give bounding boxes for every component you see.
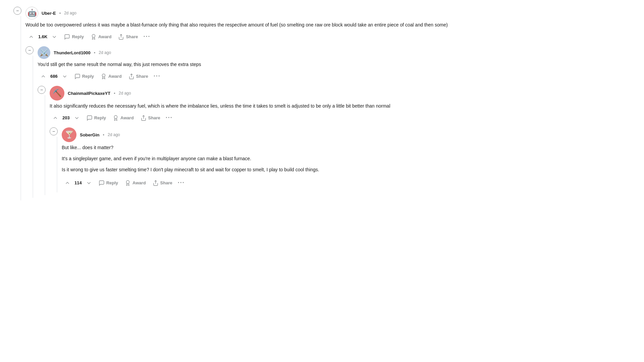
username-sobergin: SoberGin [80, 132, 100, 137]
timestamp-uber-e: 2d ago [64, 11, 76, 15]
reply-icon-2 [74, 73, 80, 79]
downvote-chain[interactable] [71, 113, 83, 123]
vote-section-sobergin: 114 [62, 178, 95, 188]
vote-section-chain: 203 [50, 113, 83, 123]
comment-sobergin: − 🍸 [50, 127, 631, 192]
reply-icon-4 [99, 180, 105, 186]
avatar-chain: ⛏️ [50, 86, 64, 101]
award-label-thunder: Award [108, 74, 122, 79]
share-icon-3 [141, 115, 147, 121]
sobergin-text-1: But like... does it matter? [62, 144, 631, 151]
reply-icon-3 [87, 115, 93, 121]
upvote-chain[interactable] [50, 113, 61, 123]
upvote-icon-3 [52, 115, 58, 121]
award-button-chain[interactable]: Award [110, 113, 137, 123]
comment-chainmail: − ⛏️ ChainmailPickaxeYT [38, 86, 631, 195]
share-button-chain[interactable]: Share [138, 113, 163, 123]
more-button-chain[interactable]: ··· [164, 112, 174, 123]
share-label-chain: Share [148, 115, 160, 120]
timestamp-sobergin: 2d ago [108, 132, 120, 137]
actions-sobergin: 114 [62, 177, 631, 188]
vote-count-uber-e: 1.6K [38, 34, 47, 39]
avatar-robot-icon: 🤖 [28, 9, 37, 17]
comment-wrapper-thunder: − ⚔️ ThunderLord1000 • 2d ago [25, 46, 631, 198]
avatar-thunder: ⚔️ [38, 46, 50, 59]
svg-point-4 [114, 115, 117, 118]
downvote-sobergin[interactable] [83, 178, 95, 188]
comment-body-chain: It also significantly reduces the necess… [50, 103, 631, 110]
sobergin-text-3: Is it wrong to give us faster smelting t… [62, 166, 631, 173]
share-icon-2 [128, 73, 135, 79]
more-button-uber-e[interactable]: ··· [142, 31, 152, 42]
avatar-sobergin: 🍸 [62, 127, 76, 142]
thread-line-uber-e [20, 16, 21, 200]
upvote-uber-e[interactable] [25, 32, 37, 42]
reply-button-thunder[interactable]: Reply [72, 71, 97, 81]
thread-line-sobergin [57, 137, 57, 192]
reply-label-thunder: Reply [82, 74, 94, 79]
downvote-icon-3 [74, 115, 80, 121]
upvote-thunder[interactable] [38, 71, 49, 81]
award-label-sobergin: Award [132, 180, 146, 185]
comment-content-uber-e: 🤖 Uber-E • 2d ago Would be too overpower… [21, 7, 631, 200]
dot-separator: • [59, 11, 61, 16]
dot-sep-3: • [114, 91, 115, 96]
username-thunder: ThunderLord1000 [54, 50, 91, 55]
comment-header-thunder: ⚔️ ThunderLord1000 • 2d ago [38, 46, 631, 59]
reply-button-uber-e[interactable]: Reply [61, 32, 86, 42]
reply-label-chain: Reply [94, 115, 106, 120]
collapse-chain[interactable]: − [38, 86, 46, 94]
collapse-uber-e[interactable]: − [13, 7, 21, 15]
collapse-sobergin[interactable]: − [50, 127, 58, 135]
comment-wrapper-sobergin: − 🍸 [50, 127, 631, 192]
award-label-uber-e: Award [98, 34, 112, 39]
vote-section-thunder: 686 [38, 71, 70, 81]
comment-thunderlord: − ⚔️ ThunderLord1000 • 2d ago [25, 46, 631, 198]
thread-line-thunder [33, 56, 33, 198]
avatar-uber-e: 🤖 [25, 7, 38, 19]
sobergin-text-2: It's a singleplayer game, and even if yo… [62, 155, 631, 162]
reply-label-sobergin: Reply [106, 180, 118, 185]
upvote-sobergin[interactable] [62, 178, 73, 188]
award-button-sobergin[interactable]: Award [122, 178, 149, 188]
comment-body-uber-e: Would be too overpowered unless it was m… [25, 21, 631, 28]
award-icon-3 [113, 115, 119, 121]
share-icon-4 [153, 180, 159, 186]
downvote-icon [51, 34, 57, 40]
comment-header-chain: ⛏️ ChainmailPickaxeYT • 2d ago [50, 86, 631, 101]
award-icon [91, 34, 97, 40]
downvote-thunder[interactable] [59, 71, 70, 81]
vote-count-sobergin: 114 [74, 180, 82, 185]
share-button-thunder[interactable]: Share [126, 71, 151, 81]
share-label-sobergin: Share [160, 180, 172, 185]
dot-sep-2: • [94, 50, 96, 55]
actions-thunder: 686 Reply [38, 71, 631, 82]
share-label-uber-e: Share [126, 34, 138, 39]
downvote-uber-e[interactable] [49, 32, 60, 42]
thread-line-chain [45, 95, 45, 195]
vote-count-thunder: 686 [50, 74, 58, 79]
more-button-sobergin[interactable]: ··· [176, 177, 186, 188]
reply-icon [64, 34, 70, 40]
upvote-icon-2 [40, 73, 46, 79]
avatar-gin-icon: 🍸 [65, 130, 74, 139]
comment-header-sobergin: 🍸 SoberGin • 2d ago [62, 127, 631, 142]
comment-content-chain: ⛏️ ChainmailPickaxeYT • 2d ago It also s… [46, 86, 631, 195]
reply-button-sobergin[interactable]: Reply [96, 178, 121, 188]
svg-point-2 [102, 74, 105, 77]
timestamp-chain: 2d ago [119, 91, 131, 96]
more-button-thunder[interactable]: ··· [152, 71, 162, 82]
award-button-uber-e[interactable]: Award [88, 32, 114, 42]
comment-wrapper-uber-e: − 🤖 Uber-E • 2d ago Would be too overpow… [13, 7, 631, 200]
upvote-icon [28, 34, 34, 40]
share-button-sobergin[interactable]: Share [150, 178, 175, 188]
share-label-thunder: Share [136, 74, 148, 79]
actions-uber-e: 1.6K Reply Award S [25, 31, 631, 42]
comment-wrapper-chain: − ⛏️ ChainmailPickaxeYT [38, 86, 631, 195]
vote-section-uber-e: 1.6K [25, 32, 60, 42]
collapse-thunder[interactable]: − [25, 46, 34, 54]
share-button-uber-e[interactable]: Share [115, 32, 141, 42]
award-icon-4 [125, 180, 131, 186]
award-button-thunder[interactable]: Award [98, 71, 124, 81]
reply-button-chain[interactable]: Reply [84, 113, 109, 123]
